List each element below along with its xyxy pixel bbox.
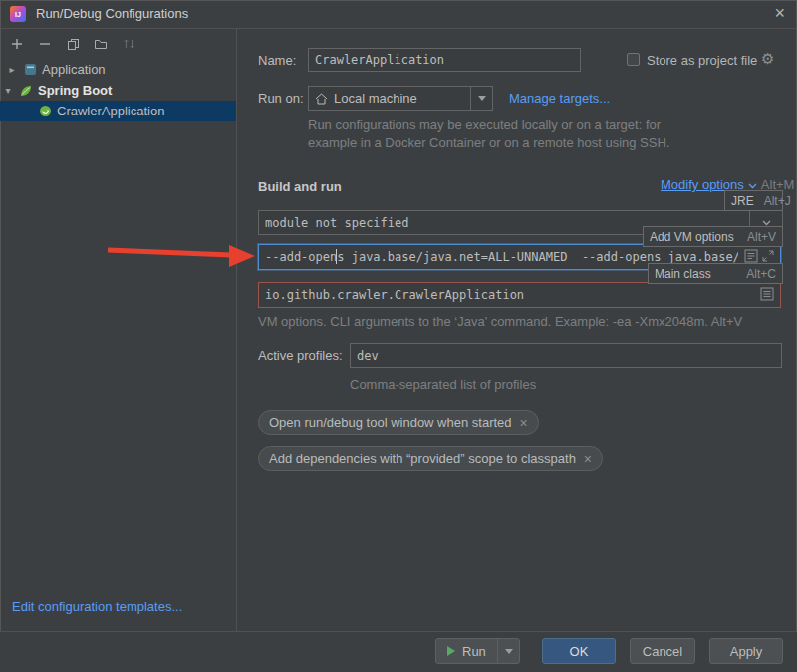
run-on-help-line1: Run configurations may be executed local…	[308, 117, 661, 132]
run-on-label: Run on:	[258, 86, 304, 111]
sort-configurations-icon[interactable]	[118, 34, 139, 54]
run-on-select[interactable]: Local machine	[308, 86, 493, 111]
cancel-button[interactable]: Cancel	[630, 638, 695, 664]
apply-button[interactable]: Apply	[709, 638, 783, 664]
window-title: Run/Debug Configurations	[36, 6, 188, 21]
chip-open-tool-window: Open run/debug tool window when started …	[258, 410, 539, 435]
edit-templates-link[interactable]: Edit configuration templates...	[12, 599, 182, 614]
tree-item-crawler-application[interactable]: CrawlerApplication	[0, 101, 236, 121]
build-and-run-header: Build and run	[258, 179, 342, 194]
spring-boot-icon	[38, 105, 52, 118]
sidebar-toolbar	[6, 34, 139, 54]
titlebar: IJ Run/Debug Configurations ×	[0, 0, 797, 29]
run-button[interactable]: Run	[435, 638, 520, 664]
close-icon[interactable]: ×	[520, 415, 528, 431]
run-dropdown-arrow-icon[interactable]	[497, 639, 519, 663]
active-profiles-help: Comma-separated list of profiles	[350, 377, 536, 392]
name-label: Name:	[258, 48, 296, 72]
spring-icon	[19, 84, 33, 98]
sidebar: ▸ Application ▾ Spring Boot CrawlerAppli…	[0, 29, 237, 631]
footer-bar: ? Run OK Cancel Apply	[0, 631, 797, 672]
chevron-down-icon[interactable]	[470, 87, 492, 110]
text-cursor	[336, 249, 337, 264]
move-to-folder-icon[interactable]	[90, 34, 112, 54]
run-debug-configurations-window: IJ Run/Debug Configurations × ▸ Applicat…	[0, 0, 797, 672]
play-icon	[446, 645, 456, 657]
configurations-tree: ▸ Application ▾ Spring Boot CrawlerAppli…	[0, 59, 236, 121]
name-input[interactable]: CrawlerApplication	[308, 48, 581, 72]
vm-options-help: VM options. CLI arguments to the ‘Java’ …	[258, 314, 742, 329]
add-configuration-button[interactable]	[6, 34, 28, 54]
store-as-project-file-checkbox[interactable]	[627, 53, 640, 66]
store-as-project-file-label: Store as project file	[647, 48, 757, 72]
tree-item-label: CrawlerApplication	[57, 104, 164, 118]
tree-item-application[interactable]: ▸ Application	[0, 59, 236, 80]
main-class-shortcut-hint: Main class Alt+C	[648, 263, 783, 284]
intellij-logo-icon: IJ	[10, 6, 26, 22]
chip-provided-scope: Add dependencies with “provided” scope t…	[258, 446, 603, 471]
add-vm-options-shortcut-hint: Add VM options Alt+V	[643, 226, 783, 247]
ok-button[interactable]: OK	[542, 638, 616, 664]
application-icon	[23, 63, 37, 77]
main-class-input[interactable]: io.github.crawler.CrawlerApplication	[258, 282, 781, 308]
tree-item-label: Spring Boot	[38, 83, 112, 98]
browse-main-class-icon[interactable]	[760, 287, 774, 304]
jre-shortcut-hint: JRE Alt+J	[724, 190, 783, 211]
remove-configuration-button[interactable]	[34, 34, 56, 54]
copy-configuration-button[interactable]	[62, 34, 84, 54]
gear-icon[interactable]: ⚙	[761, 50, 774, 68]
active-profiles-input[interactable]: dev	[350, 343, 782, 368]
close-icon[interactable]: ×	[584, 451, 592, 467]
close-icon[interactable]: ×	[774, 3, 785, 24]
tree-item-spring-boot[interactable]: ▾ Spring Boot	[0, 80, 236, 101]
home-icon	[315, 93, 328, 105]
run-on-help-line2: example in a Docker Container or on a re…	[308, 135, 669, 150]
manage-targets-link[interactable]: Manage targets...	[509, 86, 610, 111]
tree-item-label: Application	[42, 62, 106, 77]
chevron-right-icon[interactable]: ▸	[6, 64, 18, 75]
active-profiles-label: Active profiles:	[258, 343, 343, 368]
chevron-down-icon[interactable]: ▾	[2, 85, 14, 96]
